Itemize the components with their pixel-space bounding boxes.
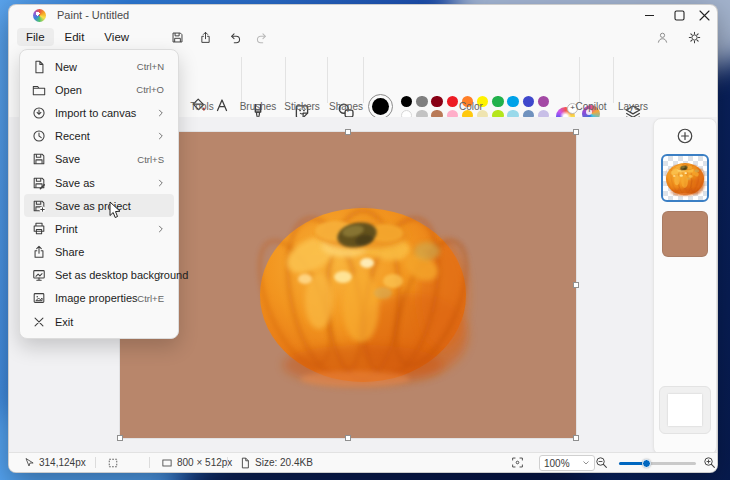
primary-color-swatch[interactable] [368,94,393,119]
menu-item-print[interactable]: Print [24,217,174,240]
menu-item-open[interactable]: OpenCtrl+O [24,78,174,101]
cursor-position-icon [23,457,35,469]
menubar-right [651,25,717,49]
palette-color[interactable] [492,96,503,107]
save-icon [32,152,46,166]
palette-color[interactable] [416,96,427,107]
zoom-level-dropdown[interactable]: 100% [539,455,595,471]
settings-gear-icon[interactable] [683,27,705,47]
quick-save-button[interactable] [166,27,188,47]
canvas-size-group[interactable]: 800 × 512px [161,453,232,472]
desktop: Paint - Untitled File Edit View Tool [0,0,730,480]
palette-color[interactable] [447,96,458,107]
cursor-position-value: 314,124px [39,457,86,468]
color-label: Color [459,101,483,112]
canvas-size-value: 800 × 512px [177,457,232,468]
ribbon-separator [363,57,364,103]
fit-to-screen-icon [511,456,524,469]
print-icon [32,222,46,236]
canvas-handle-bottom-right[interactable] [573,435,579,441]
canvas-size-icon [161,457,173,469]
menu-item-save-as[interactable]: Save as [24,171,174,194]
titlebar[interactable]: Paint - Untitled [9,5,717,25]
mouse-cursor [109,201,122,220]
ribbon-separator [579,57,580,103]
menu-item-share[interactable]: Share [24,241,174,264]
zoom-level-value: 100% [544,458,570,469]
chevron-right-icon [156,224,166,234]
chevron-right-icon [156,131,166,141]
edit-menu-button[interactable]: Edit [56,28,94,46]
canvas-handle-top-right[interactable] [573,129,579,135]
ribbon-separator [285,57,286,103]
minimize-button[interactable] [634,5,664,26]
chevron-right-icon [156,108,166,118]
paint-window: Paint - Untitled File Edit View Tool [8,4,718,473]
palette-color[interactable] [523,96,534,107]
stickers-label: Stickers [284,101,320,112]
chevron-right-icon [156,270,166,280]
undo-button[interactable] [224,27,246,47]
menu-item-save-as-project[interactable]: Save as project [24,194,174,217]
canvas-handle-right[interactable] [573,282,579,288]
statusbar: 314,124px 800 × 512px Size: 20.4KB 100% [9,452,717,472]
zoom-out-icon [595,456,608,469]
menu-item-exit[interactable]: Exit [24,310,174,333]
zoom-in-button[interactable] [703,453,716,472]
import-icon [32,106,46,120]
layer-1-pumpkin-preview [664,157,706,199]
tools-label: Tools [190,101,213,112]
canvas-handle-top-center[interactable] [345,129,351,135]
zoom-out-button[interactable] [595,453,608,472]
paint-app-icon [33,9,46,22]
layer-thumbnail-1-selected[interactable] [661,154,709,202]
canvas[interactable] [120,132,576,438]
new-file-icon [32,60,46,74]
menu-item-save[interactable]: SaveCtrl+S [24,148,174,171]
canvas-handle-bottom-left[interactable] [117,435,123,441]
menu-item-import-to-canvas[interactable]: Import to canvas [24,101,174,124]
pumpkin-drawing [120,132,576,438]
statusbar-separator [95,457,96,468]
canvas-handle-bottom-center[interactable] [345,435,351,441]
account-icon[interactable] [651,27,673,47]
brushes-label: Brushes [240,101,277,112]
image-properties-icon [32,291,46,305]
background-layer-preview [668,394,702,426]
layer-thumbnail-2[interactable] [662,211,708,257]
file-menu-button[interactable]: File [17,28,54,46]
ribbon-separator [241,57,242,103]
palette-color[interactable] [538,96,549,107]
shapes-label: Shapes [329,101,363,112]
cursor-position-group: 314,124px [23,453,86,472]
fit-to-screen-button[interactable] [511,453,524,472]
file-size-group: Size: 20.4KB [239,453,313,472]
chevron-right-icon [156,178,166,188]
palette-color[interactable] [431,96,442,107]
zoom-slider[interactable] [619,462,696,465]
desktop-background-icon [32,268,46,282]
layers-panel [653,118,717,455]
menu-item-recent[interactable]: Recent [24,125,174,148]
view-menu-button[interactable]: View [95,28,138,46]
window-title: Paint - Untitled [57,9,129,21]
text-tool[interactable] [214,97,230,113]
redo-button[interactable] [250,27,272,47]
add-layer-button[interactable] [676,127,694,145]
quick-share-button[interactable] [194,27,216,47]
close-button[interactable] [689,5,718,26]
palette-color[interactable] [507,96,518,107]
recent-clock-icon [32,129,46,143]
background-layer-thumbnail[interactable] [659,386,711,434]
menu-item-image-properties[interactable]: Image propertiesCtrl+E [24,287,174,310]
file-menu-dropdown: NewCtrl+N OpenCtrl+O Import to canvas Re… [19,49,179,339]
chevron-down-icon [582,459,590,467]
menubar: File Edit View [9,25,717,49]
palette-color[interactable] [401,96,412,107]
zoom-slider-thumb[interactable] [642,459,651,468]
ribbon-separator [613,57,614,103]
menu-item-set-as-desktop-background[interactable]: Set as desktop background [24,264,174,287]
save-as-project-icon [32,199,46,213]
open-folder-icon [32,83,46,97]
menu-item-new[interactable]: NewCtrl+N [24,55,174,78]
